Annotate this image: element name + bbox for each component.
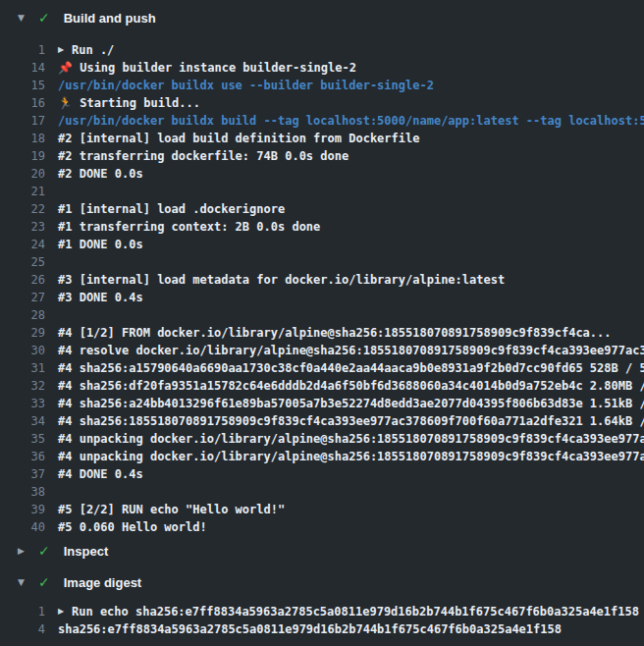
line-number[interactable]: 1	[0, 605, 45, 619]
line-number[interactable]: 25	[0, 255, 45, 269]
log-line: 25	[0, 253, 644, 271]
line-number[interactable]: 35	[0, 432, 45, 446]
line-number[interactable]: 20	[0, 167, 45, 181]
line-number[interactable]: 33	[0, 397, 45, 410]
log-text: #5 [2/2] RUN echo "Hello world!"	[58, 503, 285, 516]
section-header-inspect[interactable]: ▶ ✓ Inspect	[0, 538, 644, 564]
log-text: #4 sha256:a24bb4013296f61e89ba57005a7b3e…	[58, 397, 644, 410]
log-line: 14 📌 Using builder instance builder-sing…	[0, 59, 644, 77]
log-text: #1 DONE 0.0s	[58, 238, 143, 251]
line-number[interactable]: 23	[0, 220, 45, 234]
log-line: 37 #4 DONE 0.4s	[0, 465, 644, 483]
line-number[interactable]: 36	[0, 450, 45, 463]
log-text: /usr/bin/docker buildx use --builder bui…	[58, 79, 434, 92]
log-text: #2 [internal] load build definition from…	[58, 132, 419, 145]
section-title: Image digest	[64, 575, 141, 590]
line-number[interactable]: 22	[0, 202, 45, 216]
log-line: 18 #2 [internal] load build definition f…	[0, 130, 644, 147]
line-number[interactable]: 40	[0, 520, 45, 534]
log-text: #3 DONE 0.4s	[58, 291, 143, 304]
line-number[interactable]: 31	[0, 361, 45, 375]
log-line: 34 #4 sha256:185518070891758909c9f839cf4…	[0, 412, 644, 430]
log-text: #2 transferring dockerfile: 74B 0.0s don…	[58, 149, 349, 163]
log-text: #5 0.060 Hello world!	[58, 520, 207, 534]
log-line: 27 #3 DONE 0.4s	[0, 289, 644, 306]
line-number[interactable]: 32	[0, 379, 45, 393]
line-number[interactable]: 27	[0, 291, 45, 304]
line-number[interactable]: 4	[0, 622, 45, 636]
log-line: 1 ▶ Run echo sha256:e7ff8834a5963a2785c5…	[0, 603, 644, 620]
log-text: #1 transferring context: 2B 0.0s done	[58, 220, 320, 234]
log-line: 33 #4 sha256:a24bb4013296f61e89ba57005a7…	[0, 395, 644, 412]
line-number[interactable]: 16	[0, 96, 45, 110]
log-line: 20 #2 DONE 0.0s	[0, 165, 644, 183]
log-line: 26 #3 [internal] load metadata for docke…	[0, 271, 644, 289]
log-lines: 1 ▶ Run echo sha256:e7ff8834a5963a2785c5…	[0, 597, 644, 646]
log-line: 31 #4 sha256:a15790640a6690aa1730c38cf0a…	[0, 359, 644, 377]
chevron-down-icon: ▼	[18, 578, 28, 587]
log-text: 🏃 Starting build...	[58, 96, 200, 110]
log-text: sha256:e7ff8834a5963a2785c5a0811e979d16b…	[58, 622, 562, 636]
check-icon: ✓	[38, 575, 50, 589]
section-header-build-and-push[interactable]: ▼ ✓ Build and push	[0, 0, 644, 35]
chevron-down-icon: ▼	[18, 14, 28, 23]
expand-run-icon[interactable]: ▶	[58, 46, 67, 54]
log-line: 36 #4 unpacking docker.io/library/alpine…	[0, 448, 644, 465]
chevron-right-icon: ▶	[18, 547, 28, 556]
log-line: 15 /usr/bin/docker buildx use --builder …	[0, 77, 644, 94]
section-title: Build and push	[64, 11, 156, 26]
log-line: 4 sha256:e7ff8834a5963a2785c5a0811e979d1…	[0, 620, 644, 638]
log-line: 24 #1 DONE 0.0s	[0, 236, 644, 253]
line-number[interactable]: 38	[0, 485, 45, 499]
line-number[interactable]: 30	[0, 344, 45, 357]
log-text: #4 unpacking docker.io/library/alpine@sh…	[58, 432, 644, 446]
log-text: #4 [1/2] FROM docker.io/library/alpine@s…	[58, 326, 612, 340]
line-number[interactable]: 21	[0, 185, 45, 198]
log-line: 17 /usr/bin/docker buildx build --tag lo…	[0, 112, 644, 130]
expand-run-icon[interactable]: ▶	[58, 608, 67, 616]
log-section-build-and-push: ▼ ✓ Build and push 1 ▶ Run ./ 14 📌 Using…	[0, 0, 644, 538]
check-icon: ✓	[38, 544, 50, 558]
log-text: Run echo sha256:e7ff8834a5963a2785c5a081…	[72, 605, 639, 619]
log-line: 39 #5 [2/2] RUN echo "Hello world!"	[0, 501, 644, 518]
log-line: 28	[0, 306, 644, 324]
log-text: #4 sha256:a15790640a6690aa1730c38cf0a440…	[58, 361, 644, 375]
log-line: 23 #1 transferring context: 2B 0.0s done	[0, 218, 644, 236]
log-text: 📌 Using builder instance builder-single-…	[58, 61, 356, 75]
line-number[interactable]: 14	[0, 61, 45, 75]
log-line: 35 #4 unpacking docker.io/library/alpine…	[0, 430, 644, 448]
line-number[interactable]: 29	[0, 326, 45, 340]
log-text: #4 sha256:df20fa9351a15782c64e6dddb2d4a6…	[58, 379, 644, 393]
section-header-image-digest[interactable]: ▼ ✓ Image digest	[0, 567, 644, 597]
line-number[interactable]: 24	[0, 238, 45, 251]
log-text: /usr/bin/docker buildx build --tag local…	[58, 114, 644, 128]
line-number[interactable]: 28	[0, 308, 45, 322]
line-number[interactable]: 37	[0, 467, 45, 481]
log-section-image-digest: ▼ ✓ Image digest 1 ▶ Run echo sha256:e7f…	[0, 567, 644, 646]
section-title: Inspect	[64, 544, 109, 559]
log-section-inspect: ▶ ✓ Inspect	[0, 538, 644, 564]
line-number[interactable]: 39	[0, 503, 45, 516]
log-line: 1 ▶ Run ./	[0, 41, 644, 59]
log-text: #2 DONE 0.0s	[58, 167, 143, 181]
log-line: 29 #4 [1/2] FROM docker.io/library/alpin…	[0, 324, 644, 342]
log-text: #4 sha256:185518070891758909c9f839cf4ca3…	[58, 414, 644, 428]
line-number[interactable]: 34	[0, 414, 45, 428]
log-lines: 1 ▶ Run ./ 14 📌 Using builder instance b…	[0, 35, 644, 538]
line-number[interactable]: 18	[0, 132, 45, 145]
log-text: #1 [internal] load .dockerignore	[58, 202, 285, 216]
log-line: 16 🏃 Starting build...	[0, 94, 644, 112]
log-line: 22 #1 [internal] load .dockerignore	[0, 200, 644, 218]
line-number[interactable]: 19	[0, 149, 45, 163]
line-number[interactable]: 15	[0, 79, 45, 92]
line-number[interactable]: 26	[0, 273, 45, 287]
log-line: 38	[0, 483, 644, 501]
log-text: #4 unpacking docker.io/library/alpine@sh…	[58, 450, 644, 463]
line-number[interactable]: 17	[0, 114, 45, 128]
log-text: #4 resolve docker.io/library/alpine@sha2…	[58, 344, 644, 357]
workflow-log-viewer: ▼ ✓ Build and push 1 ▶ Run ./ 14 📌 Using…	[0, 0, 644, 646]
log-line: 19 #2 transferring dockerfile: 74B 0.0s …	[0, 147, 644, 165]
log-line: 30 #4 resolve docker.io/library/alpine@s…	[0, 342, 644, 359]
log-line: 32 #4 sha256:df20fa9351a15782c64e6dddb2d…	[0, 377, 644, 395]
line-number[interactable]: 1	[0, 43, 45, 57]
